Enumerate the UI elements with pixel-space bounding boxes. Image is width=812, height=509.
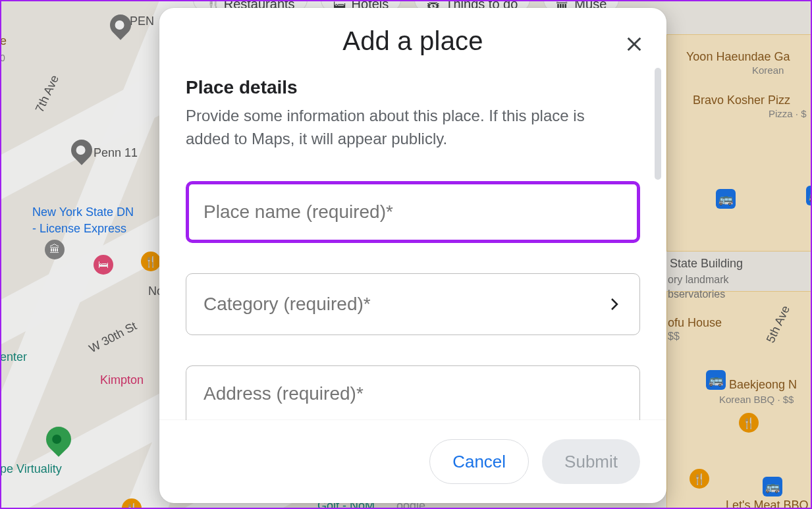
- modal-title: Add a place: [186, 26, 640, 56]
- cancel-button[interactable]: Cancel: [429, 439, 529, 484]
- map-label-esb1: State Building: [670, 257, 743, 271]
- map-label-bravo2: Pizza · $: [769, 108, 807, 119]
- transit-icon[interactable]: 🚌: [806, 186, 812, 205]
- transit-icon[interactable]: 🚌: [716, 189, 736, 209]
- transit-icon[interactable]: 🚌: [763, 477, 782, 496]
- restaurant-icon[interactable]: 🍴: [739, 413, 759, 433]
- map-label-pen: PEN: [130, 14, 154, 28]
- submit-button: Submit: [542, 439, 640, 484]
- map-label-esb3: bservatories: [668, 288, 725, 300]
- input-placeholder: Address (required)*: [203, 383, 364, 404]
- map-label-zero: 0: [0, 53, 5, 63]
- transit-icon[interactable]: 🚌: [706, 370, 726, 390]
- map-label-dmv2: - License Express: [32, 222, 126, 236]
- button-label: Submit: [564, 452, 618, 472]
- section-title: Place details: [186, 77, 640, 98]
- map-label-lets: Let's Meat BBQ: [726, 498, 809, 509]
- modal-footer: Cancel Submit: [159, 420, 666, 503]
- modal-body: Place details Provide some information a…: [159, 63, 666, 420]
- restaurant-icon[interactable]: 🍴: [141, 252, 161, 271]
- restaurant-icon[interactable]: 🍴: [690, 469, 709, 489]
- map-label-yoon1: Yoon Haeundae Ga: [686, 50, 790, 64]
- map-label-baek1: Baekjeong N: [729, 378, 797, 392]
- map-label-7th-ave: 7th Ave: [33, 73, 62, 115]
- map-label-baek2: Korean BBQ · $$: [719, 394, 794, 405]
- add-place-modal: Add a place Place details Provide some i…: [159, 8, 666, 503]
- map-category-chips: 🍴 Restaurants 🛏 Hotels 🎟 Things to do 🏛 …: [1, 0, 811, 8]
- place-name-input[interactable]: Place name (required)*: [186, 181, 640, 243]
- chevron-right-icon: [607, 296, 622, 312]
- input-placeholder: Place name (required)*: [203, 201, 393, 223]
- map-label-center: enter: [0, 350, 27, 364]
- section-description: Provide some information about this plac…: [186, 105, 607, 151]
- map-label-tofu1: ofu House: [668, 316, 722, 330]
- modal-header: Add a place: [159, 8, 666, 63]
- hotel-icon[interactable]: 🛏: [94, 255, 113, 275]
- input-placeholder: Category (required)*: [203, 294, 371, 315]
- map-label-edge: e: [0, 34, 7, 48]
- government-icon[interactable]: 🏛: [45, 240, 65, 259]
- button-label: Cancel: [452, 452, 506, 472]
- close-button[interactable]: [620, 30, 648, 58]
- map-label-bravo1: Bravo Kosher Pizz: [693, 94, 790, 107]
- map-label-dmv1: New York State DN: [32, 205, 134, 219]
- map-label-kimpton: Kimpton: [100, 373, 144, 387]
- scrollbar-thumb[interactable]: [655, 68, 661, 180]
- category-select[interactable]: Category (required)*: [186, 273, 640, 335]
- map-label-esb2: ory landmark: [668, 274, 728, 286]
- address-input[interactable]: Address (required)*: [186, 365, 640, 420]
- map-label-yoon2: Korean: [752, 65, 784, 76]
- map-label-penn11: Penn 11: [94, 146, 138, 160]
- map-label-tofu2: $$: [668, 331, 680, 342]
- close-icon: [625, 35, 643, 53]
- map-label-w30: W 30th St: [87, 319, 140, 356]
- map-label-virtuality: pe Virtuality: [0, 462, 62, 476]
